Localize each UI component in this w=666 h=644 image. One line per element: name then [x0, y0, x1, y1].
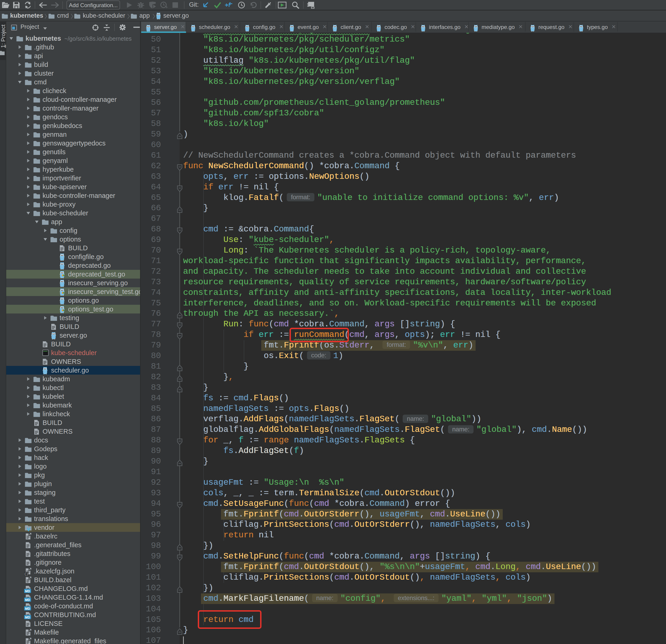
- svg-text:MD: MD: [25, 589, 30, 593]
- svg-text:MD: MD: [25, 598, 30, 602]
- svg-text:V: V: [27, 527, 30, 532]
- svg-text:MD: MD: [25, 615, 30, 619]
- svg-text:MD: MD: [25, 607, 30, 610]
